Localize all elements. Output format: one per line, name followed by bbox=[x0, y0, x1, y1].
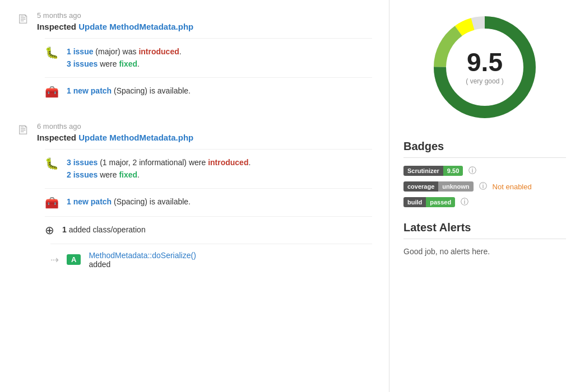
method-link-container: MethodMetadata::doSerialize() added bbox=[89, 251, 196, 269]
right-panel: 9.5 ( very good ) Badges Scrutinizer 9.5… bbox=[389, 0, 580, 392]
scrutinizer-label: Scrutinizer bbox=[403, 166, 443, 176]
timestamp-1: 5 months ago bbox=[37, 11, 372, 20]
patch-text-2: 1 new patch (Spacing) is available. bbox=[67, 195, 372, 208]
issues-row-1: 🐛 1 issue (major) was introduced. 3 issu… bbox=[45, 38, 372, 77]
timestamp-2: 6 months ago bbox=[37, 122, 372, 130]
coverage-badge-row: coverage unknown ⓘ Not enabled bbox=[403, 181, 566, 192]
scrutinizer-badge-row: Scrutinizer 9.50 ⓘ bbox=[403, 166, 566, 176]
alerts-section: Latest Alerts Good job, no alerts here. bbox=[403, 221, 566, 256]
introduced-label-1: introduced bbox=[138, 47, 179, 56]
patch-link-2[interactable]: 1 new patch bbox=[67, 197, 112, 206]
patch-link-1[interactable]: 1 new patch bbox=[67, 86, 112, 95]
commit-details-2: 🐛 3 issues (1 major, 2 informational) we… bbox=[45, 149, 372, 276]
alerts-title: Latest Alerts bbox=[403, 221, 566, 239]
commit-header-2: 🖹 6 months ago Inspected Update MethodMe… bbox=[17, 122, 372, 142]
alerts-text: Good job, no alerts here. bbox=[403, 247, 566, 256]
patch-row-2: 🧰 1 new patch (Spacing) is available. bbox=[45, 188, 372, 216]
commit-title-2: Inspected Update MethodMetadata.php bbox=[37, 133, 372, 142]
badges-title: Badges bbox=[403, 140, 566, 158]
score-ring-wrapper: 9.5 ( very good ) bbox=[429, 11, 541, 123]
build-badge[interactable]: build passed bbox=[403, 197, 455, 207]
file-icon-2: 🖹 bbox=[17, 123, 29, 138]
score-ring-container: 9.5 ( very good ) bbox=[403, 11, 566, 123]
method-row-2: ⇢ A MethodMetadata::doSerialize() added bbox=[50, 244, 372, 276]
issue-count-2[interactable]: 3 issues bbox=[67, 158, 98, 167]
fixed-count-1[interactable]: 3 issues bbox=[67, 59, 98, 68]
issues-text-2: 3 issues (1 major, 2 informational) were… bbox=[67, 156, 372, 181]
added-text-2: 1 added class/operation bbox=[62, 223, 372, 236]
title-prefix-2: Inspected bbox=[37, 133, 76, 142]
build-value: passed bbox=[426, 197, 455, 207]
coverage-not-enabled: Not enabled bbox=[493, 183, 532, 191]
build-label: build bbox=[403, 197, 426, 207]
fixed-count-2[interactable]: 2 issues bbox=[67, 170, 98, 179]
fixed-label-2: fixed bbox=[119, 170, 137, 179]
build-badge-row: build passed ⓘ bbox=[403, 197, 566, 207]
coverage-info-icon[interactable]: ⓘ bbox=[479, 181, 487, 192]
commit-title-1: Inspected Update MethodMetadata.php bbox=[37, 22, 372, 31]
bug-icon-1: 🐛 bbox=[45, 46, 59, 59]
plus-icon-2: ⊕ bbox=[45, 223, 54, 237]
method-action-2: added bbox=[89, 260, 110, 269]
title-link-1[interactable]: Update MethodMetadata.php bbox=[78, 22, 193, 31]
score-value: 9.5 bbox=[466, 49, 503, 75]
coverage-value: unknown bbox=[438, 181, 473, 192]
patch-row-1: 🧰 1 new patch (Spacing) is available. bbox=[45, 77, 372, 105]
bug-icon-2: 🐛 bbox=[45, 157, 59, 170]
coverage-badge[interactable]: coverage unknown bbox=[403, 181, 474, 192]
scrutinizer-value: 9.50 bbox=[443, 166, 463, 176]
patch-icon-2: 🧰 bbox=[45, 196, 59, 209]
scrutinizer-badge[interactable]: Scrutinizer 9.50 bbox=[403, 166, 463, 176]
score-label: ( very good ) bbox=[466, 77, 503, 85]
issue-count-1[interactable]: 1 issue bbox=[67, 47, 93, 56]
commit-entry-1: 🖹 5 months ago Inspected Update MethodMe… bbox=[17, 11, 372, 105]
coverage-label: coverage bbox=[403, 181, 438, 192]
score-center: 9.5 ( very good ) bbox=[466, 49, 503, 85]
left-panel: 🖹 5 months ago Inspected Update MethodMe… bbox=[0, 0, 389, 392]
title-link-2[interactable]: Update MethodMetadata.php bbox=[78, 133, 193, 142]
method-badge-2: A bbox=[67, 254, 81, 265]
file-icon-1: 🖹 bbox=[17, 12, 29, 27]
arrow-icon-2: ⇢ bbox=[50, 254, 59, 266]
commit-entry-2: 🖹 6 months ago Inspected Update MethodMe… bbox=[17, 122, 372, 276]
commit-meta-1: 5 months ago Inspected Update MethodMeta… bbox=[37, 11, 372, 31]
issues-text-1: 1 issue (major) was introduced. 3 issues… bbox=[67, 45, 372, 71]
introduced-label-2: introduced bbox=[208, 158, 248, 167]
title-prefix-1: Inspected bbox=[37, 22, 76, 31]
added-row-2: ⊕ 1 added class/operation bbox=[45, 216, 372, 244]
scrutinizer-info-icon[interactable]: ⓘ bbox=[468, 166, 476, 176]
patch-icon-1: 🧰 bbox=[45, 85, 59, 99]
build-info-icon[interactable]: ⓘ bbox=[461, 197, 468, 207]
patch-text-1: 1 new patch (Spacing) is available. bbox=[67, 85, 372, 97]
issues-row-2: 🐛 3 issues (1 major, 2 informational) we… bbox=[45, 149, 372, 188]
commit-meta-2: 6 months ago Inspected Update MethodMeta… bbox=[37, 122, 372, 142]
method-link-2[interactable]: MethodMetadata::doSerialize() bbox=[89, 251, 196, 260]
fixed-label-1: fixed bbox=[119, 59, 137, 68]
badges-section: Badges Scrutinizer 9.50 ⓘ coverage unkno… bbox=[403, 140, 566, 207]
commit-header-1: 🖹 5 months ago Inspected Update MethodMe… bbox=[17, 11, 372, 31]
commit-details-1: 🐛 1 issue (major) was introduced. 3 issu… bbox=[45, 38, 372, 105]
